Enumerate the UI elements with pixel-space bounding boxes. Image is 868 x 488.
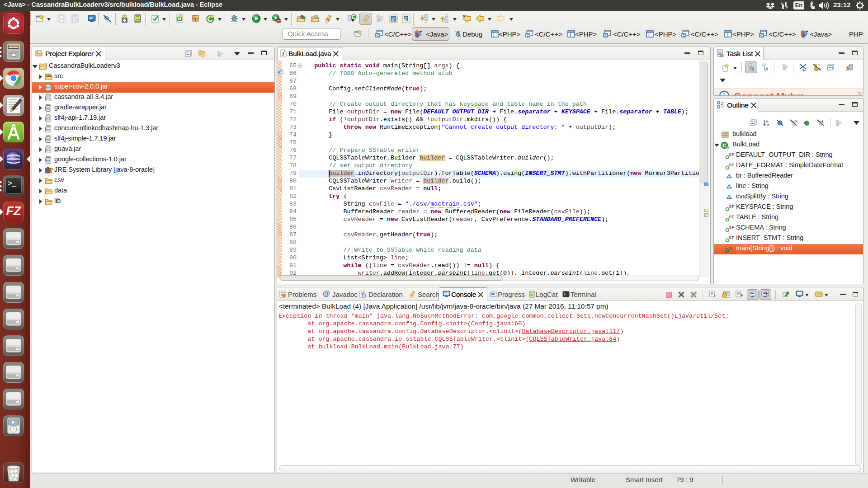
svg-text:010: 010	[47, 117, 50, 120]
svg-text:S: S	[729, 246, 732, 250]
svg-text:J: J	[282, 51, 284, 56]
svg-text:010: 010	[47, 159, 50, 161]
svg-text:F: F	[732, 215, 735, 219]
svg-text:F: F	[732, 152, 735, 157]
svg-text:010: 010	[47, 86, 50, 89]
svg-text:C: C	[760, 33, 763, 38]
svg-text:C: C	[377, 33, 379, 38]
svg-text:S: S	[729, 152, 731, 157]
svg-text:L: L	[822, 120, 825, 123]
svg-text:F: F	[732, 225, 735, 230]
svg-text:010: 010	[47, 138, 50, 141]
svg-text:S: S	[729, 215, 731, 219]
svg-text:010: 010	[47, 97, 50, 99]
svg-text:F: F	[732, 163, 735, 167]
svg-text:010: 010	[47, 107, 50, 109]
svg-text:F: F	[732, 204, 735, 209]
svg-text:010: 010	[47, 149, 50, 151]
svg-text:S: S	[729, 163, 731, 167]
svg-text:S: S	[729, 225, 731, 230]
svg-text:C: C	[683, 33, 685, 38]
svg-text:S: S	[729, 204, 731, 209]
svg-text:S: S	[729, 235, 731, 240]
svg-text:010: 010	[47, 128, 50, 130]
svg-text:C: C	[604, 33, 607, 38]
svg-text:S: S	[795, 119, 797, 122]
svg-text:z: z	[767, 123, 769, 127]
svg-text:C: C	[527, 33, 529, 38]
svg-text:C: C	[722, 143, 726, 148]
svg-text:F: F	[732, 235, 735, 240]
